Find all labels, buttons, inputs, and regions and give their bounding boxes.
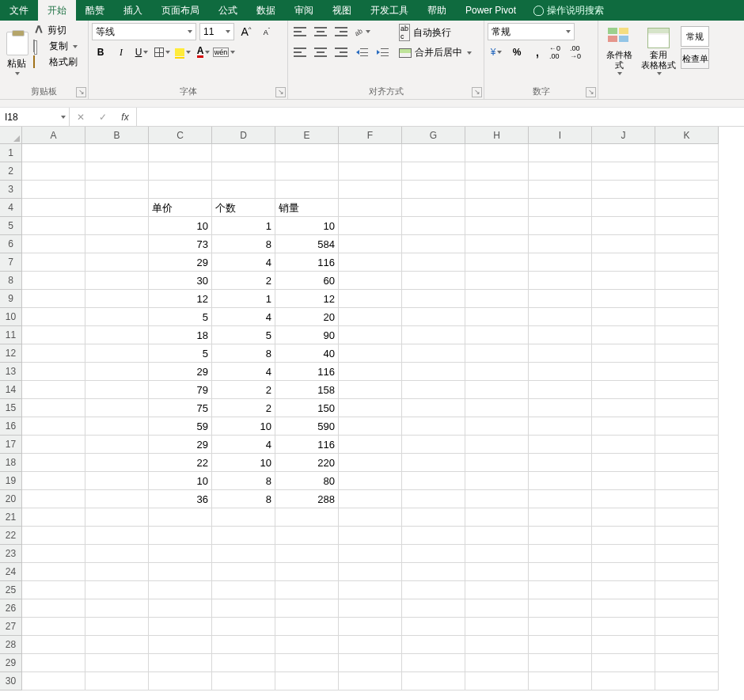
alignment-dialog-launcher[interactable] xyxy=(472,87,482,97)
cell-E22[interactable] xyxy=(275,527,339,545)
cell-A24[interactable] xyxy=(22,563,85,581)
cell-C12[interactable]: 5 xyxy=(149,344,212,363)
tab-file[interactable]: 文件 xyxy=(0,0,38,21)
increase-indent-button[interactable] xyxy=(374,44,391,61)
cell-J3[interactable] xyxy=(592,181,655,199)
cell-D25[interactable] xyxy=(212,581,275,599)
tab-page-layout[interactable]: 页面布局 xyxy=(152,0,209,21)
align-middle-button[interactable] xyxy=(312,23,329,40)
cell-D18[interactable]: 10 xyxy=(212,454,275,472)
cell-K5[interactable] xyxy=(655,217,719,235)
row-header-12[interactable]: 12 xyxy=(0,344,22,363)
row-header-7[interactable]: 7 xyxy=(0,253,22,272)
cell-H18[interactable] xyxy=(465,454,529,472)
row-header-26[interactable]: 26 xyxy=(0,599,22,618)
clipboard-dialog-launcher[interactable] xyxy=(76,87,86,97)
align-right-button[interactable] xyxy=(332,44,350,61)
cell-D8[interactable]: 2 xyxy=(212,272,275,290)
cell-G8[interactable] xyxy=(402,272,465,290)
cell-A14[interactable] xyxy=(22,381,85,399)
cell-F26[interactable] xyxy=(339,599,402,618)
cell-A8[interactable] xyxy=(22,272,85,290)
row-header-1[interactable]: 1 xyxy=(0,144,22,162)
cell-C29[interactable] xyxy=(149,654,212,672)
cell-D10[interactable]: 4 xyxy=(212,308,275,326)
cell-A20[interactable] xyxy=(22,490,85,508)
cell-C5[interactable]: 10 xyxy=(149,217,212,235)
font-color-button[interactable]: A xyxy=(195,44,212,61)
cell-G23[interactable] xyxy=(402,545,465,563)
cell-G14[interactable] xyxy=(402,381,465,399)
cell-B28[interactable] xyxy=(85,636,149,654)
cell-D1[interactable] xyxy=(212,144,275,162)
cell-C25[interactable] xyxy=(149,581,212,599)
cell-B13[interactable] xyxy=(85,363,149,381)
cell-K2[interactable] xyxy=(655,162,719,181)
cell-B20[interactable] xyxy=(85,490,149,508)
cell-C24[interactable] xyxy=(149,563,212,581)
cell-H12[interactable] xyxy=(465,344,529,363)
cell-D29[interactable] xyxy=(212,654,275,672)
cell-H10[interactable] xyxy=(465,308,529,326)
cell-A4[interactable] xyxy=(22,199,85,217)
cell-K6[interactable] xyxy=(655,235,719,253)
row-header-2[interactable]: 2 xyxy=(0,162,22,181)
cell-H3[interactable] xyxy=(465,181,529,199)
format-as-table-button[interactable]: 套用 表格格式 xyxy=(641,26,676,77)
cell-F23[interactable] xyxy=(339,545,402,563)
wrap-text-button[interactable]: abc 自动换行 xyxy=(397,23,473,42)
cell-B6[interactable] xyxy=(85,235,149,253)
cell-G3[interactable] xyxy=(402,181,465,199)
cell-J25[interactable] xyxy=(592,581,655,599)
cell-H13[interactable] xyxy=(465,363,529,381)
cell-A7[interactable] xyxy=(22,253,85,272)
cell-D14[interactable]: 2 xyxy=(212,381,275,399)
cell-K17[interactable] xyxy=(655,436,719,454)
cell-I27[interactable] xyxy=(529,618,592,636)
cell-C28[interactable] xyxy=(149,636,212,654)
row-header-10[interactable]: 10 xyxy=(0,308,22,326)
cell-F12[interactable] xyxy=(339,344,402,363)
cell-I17[interactable] xyxy=(529,436,592,454)
cell-C10[interactable]: 5 xyxy=(149,308,212,326)
cell-J13[interactable] xyxy=(592,363,655,381)
cell-E26[interactable] xyxy=(275,599,339,618)
cell-D3[interactable] xyxy=(212,181,275,199)
cell-G4[interactable] xyxy=(402,199,465,217)
cell-B17[interactable] xyxy=(85,436,149,454)
cell-G10[interactable] xyxy=(402,308,465,326)
cell-F18[interactable] xyxy=(339,454,402,472)
cell-C8[interactable]: 30 xyxy=(149,272,212,290)
cell-G15[interactable] xyxy=(402,399,465,417)
row-header-5[interactable]: 5 xyxy=(0,217,22,235)
cell-H1[interactable] xyxy=(465,144,529,162)
cell-G21[interactable] xyxy=(402,508,465,527)
cell-D9[interactable]: 1 xyxy=(212,290,275,308)
cell-K29[interactable] xyxy=(655,654,719,672)
cell-K18[interactable] xyxy=(655,454,719,472)
cell-G6[interactable] xyxy=(402,235,465,253)
cell-E1[interactable] xyxy=(275,144,339,162)
cell-E20[interactable]: 288 xyxy=(275,490,339,508)
cell-G24[interactable] xyxy=(402,563,465,581)
cell-I10[interactable] xyxy=(529,308,592,326)
column-header-E[interactable]: E xyxy=(275,127,339,144)
cell-J29[interactable] xyxy=(592,654,655,672)
cell-J15[interactable] xyxy=(592,399,655,417)
cell-K3[interactable] xyxy=(655,181,719,199)
cell-D11[interactable]: 5 xyxy=(212,326,275,344)
cell-E23[interactable] xyxy=(275,545,339,563)
cell-A18[interactable] xyxy=(22,454,85,472)
cell-C6[interactable]: 73 xyxy=(149,235,212,253)
cell-H9[interactable] xyxy=(465,290,529,308)
cell-K27[interactable] xyxy=(655,618,719,636)
comma-button[interactable] xyxy=(529,44,546,61)
phonetic-guide-button[interactable]: wén xyxy=(215,44,233,61)
cell-D19[interactable]: 8 xyxy=(212,472,275,490)
column-header-K[interactable]: K xyxy=(655,127,719,144)
cell-F17[interactable] xyxy=(339,436,402,454)
cell-K23[interactable] xyxy=(655,545,719,563)
row-header-11[interactable]: 11 xyxy=(0,326,22,344)
conditional-format-button[interactable]: 条件格式 xyxy=(602,26,636,77)
row-header-13[interactable]: 13 xyxy=(0,363,22,381)
